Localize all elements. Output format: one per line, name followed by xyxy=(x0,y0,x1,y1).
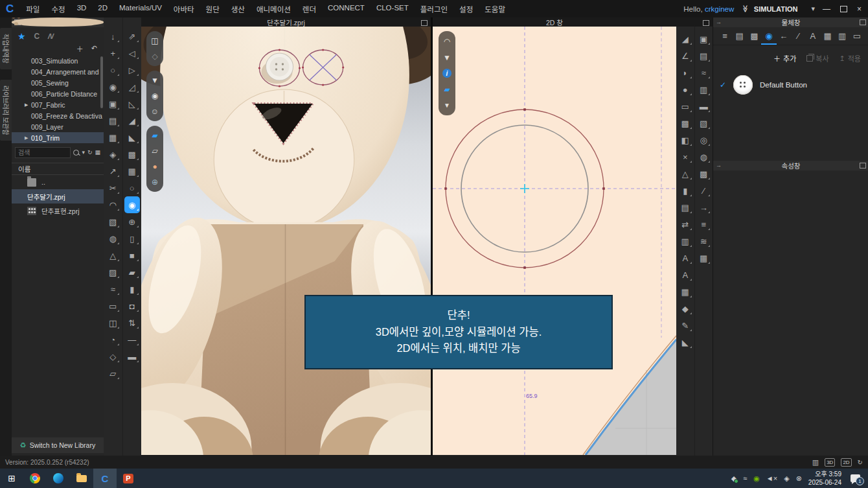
menu-item[interactable]: 아바타 xyxy=(168,4,200,14)
reset-view-icon[interactable]: ↻ xyxy=(858,459,863,466)
library-tree-item[interactable]: 003_Simulation xyxy=(12,55,104,66)
tool-icon[interactable]: ▧ xyxy=(696,115,711,132)
menu-item[interactable]: 애니메이션 xyxy=(251,4,297,14)
tool-icon[interactable]: ◧ xyxy=(678,132,693,148)
tray-icon[interactable]: ◆ xyxy=(731,475,737,482)
menu-item[interactable]: 도움말 xyxy=(479,4,511,14)
close-button[interactable]: × xyxy=(857,5,862,14)
object-type-tab[interactable]: A xyxy=(806,28,819,44)
tool-icon[interactable]: ◣ xyxy=(124,129,140,146)
tray-icon[interactable]: ◈ xyxy=(784,475,789,482)
tool-icon[interactable]: ▩ xyxy=(696,165,711,182)
view-option-icon[interactable]: ● xyxy=(149,161,161,172)
menu-item[interactable]: 원단 xyxy=(200,4,225,14)
object-type-tab[interactable]: ≡ xyxy=(718,28,731,44)
view-option-icon[interactable]: ☺ xyxy=(149,106,161,117)
tool-icon[interactable]: ▬ xyxy=(124,348,140,365)
menu-item[interactable]: 설정 xyxy=(453,4,479,14)
tray-icon[interactable]: ◄× xyxy=(766,475,777,482)
tool-icon[interactable]: ▤ xyxy=(696,47,711,64)
tool-icon[interactable]: ◍ xyxy=(105,230,120,247)
object-type-tab[interactable]: ⁄ xyxy=(792,28,805,44)
tool-icon[interactable]: ⁄ xyxy=(696,182,711,199)
view-option-icon[interactable]: ▰ xyxy=(149,130,161,141)
tool-icon[interactable]: ◫ xyxy=(105,314,120,331)
object-type-tab[interactable]: ▦ xyxy=(821,28,834,44)
clo-library-icon[interactable]: C xyxy=(34,32,40,40)
view-option-icon[interactable]: ⊕ xyxy=(149,177,161,187)
search-input[interactable] xyxy=(15,147,71,158)
file-row[interactable]: .. xyxy=(12,175,104,189)
tool-icon[interactable]: ↗ xyxy=(105,163,120,180)
view-option-icon[interactable]: ▱ xyxy=(149,146,161,156)
tool-icon[interactable]: ◺ xyxy=(124,95,140,112)
tool-icon[interactable]: ◆ xyxy=(678,300,693,317)
tool-icon[interactable]: ≡ xyxy=(696,216,711,233)
tool-icon[interactable]: ▷ xyxy=(124,62,140,78)
copy-button[interactable]: 복사 xyxy=(806,53,828,64)
tool-icon[interactable]: ◈ xyxy=(105,146,120,163)
view-option-icon[interactable]: ▼ xyxy=(441,52,453,62)
tool-icon[interactable]: ▣ xyxy=(696,30,711,47)
tool-icon[interactable]: ▤ xyxy=(678,199,693,216)
tool-icon[interactable]: ▬ xyxy=(696,98,711,115)
taskbar-app[interactable] xyxy=(23,469,47,488)
search-options-caret-icon[interactable]: ▾ xyxy=(82,149,85,156)
tool-icon[interactable]: ◣ xyxy=(678,334,693,351)
tray-icon[interactable]: ⊗ xyxy=(796,475,802,482)
canvas-2d[interactable]: 65.9 ◠▼i▰▼ xyxy=(433,27,676,455)
apply-button[interactable]: ↥적용 xyxy=(839,53,861,64)
tool-icon[interactable]: ▦ xyxy=(124,163,140,180)
tool-icon[interactable]: ▨ xyxy=(105,264,120,281)
file-row[interactable]: 단추달기.zprj xyxy=(12,189,104,203)
tool-icon[interactable]: + xyxy=(105,45,120,62)
view-option-icon[interactable]: ▰ xyxy=(441,84,453,94)
tool-icon[interactable]: ◉ xyxy=(124,196,140,213)
tool-icon[interactable]: ◢ xyxy=(678,30,693,47)
user-greeting[interactable]: Hello, crkginew xyxy=(683,5,734,13)
view-option-icon[interactable]: ◫ xyxy=(149,36,161,46)
minimize-button[interactable]: — xyxy=(823,5,830,14)
canvas-3d[interactable]: ◫◇ ▼◉☺ ▰▱●⊕ xyxy=(141,27,431,455)
expand-panel-icon[interactable]: → xyxy=(716,19,722,25)
view-option-icon[interactable]: ▼ xyxy=(149,75,161,86)
menu-item[interactable]: 2D xyxy=(92,4,113,14)
tool-icon[interactable]: △ xyxy=(678,165,693,182)
menu-item[interactable]: CONNECT xyxy=(322,4,371,14)
tool-icon[interactable]: × xyxy=(678,148,693,165)
tool-icon[interactable]: ▤ xyxy=(105,112,120,129)
connect-library-icon[interactable]: N xyxy=(47,32,54,40)
tool-icon[interactable]: ≈ xyxy=(696,64,711,81)
library-tree-item[interactable]: 008_Freeze & Deactiva xyxy=(12,110,104,121)
taskbar-clock[interactable]: 오후 3:59 2025-06-24 xyxy=(808,470,841,487)
tool-icon[interactable]: △ xyxy=(105,247,120,264)
tool-icon[interactable]: ◢ xyxy=(124,112,140,129)
menu-item[interactable]: 수정 xyxy=(45,4,71,14)
refresh-icon[interactable]: ↻ xyxy=(87,149,93,156)
object-type-tab[interactable]: ▥ xyxy=(836,28,849,44)
menu-item[interactable]: 플러그인 xyxy=(415,4,453,14)
tool-icon[interactable]: ✎ xyxy=(678,317,693,334)
switch-to-new-library-button[interactable]: ♻ Switch to New Library xyxy=(12,437,104,453)
tree-scrollbar[interactable] xyxy=(100,56,103,108)
taskbar-app[interactable] xyxy=(47,469,70,488)
library-tree-item[interactable]: ▶ 010_Trim xyxy=(12,132,104,143)
restore-button[interactable] xyxy=(840,6,847,12)
object-type-tab[interactable]: ▩ xyxy=(748,28,760,44)
tool-icon[interactable]: ⇗ xyxy=(124,28,140,45)
library-tree-item[interactable]: 004_Arrangement and xyxy=(12,66,104,77)
add-favorite-icon[interactable]: ＋ xyxy=(76,43,84,54)
notification-center-icon[interactable]: 1 xyxy=(851,474,860,482)
object-type-tab[interactable]: ◉ xyxy=(762,28,775,44)
taskbar-app[interactable]: C xyxy=(93,469,117,488)
menu-item[interactable]: Materials/UV xyxy=(113,4,168,14)
taskbar-app[interactable]: P xyxy=(117,469,140,488)
tool-icon[interactable]: ◉ xyxy=(105,78,120,95)
tool-icon[interactable]: ✂ xyxy=(105,180,120,196)
tool-icon[interactable]: ◍ xyxy=(696,148,711,165)
object-list-item[interactable]: ✓ Default Button xyxy=(713,69,868,101)
view-option-icon[interactable]: ◉ xyxy=(149,91,161,101)
tool-icon[interactable]: ≈ xyxy=(105,281,120,297)
taskbar-app[interactable] xyxy=(70,469,93,488)
file-row[interactable]: 단추표현.zprj xyxy=(12,203,104,218)
